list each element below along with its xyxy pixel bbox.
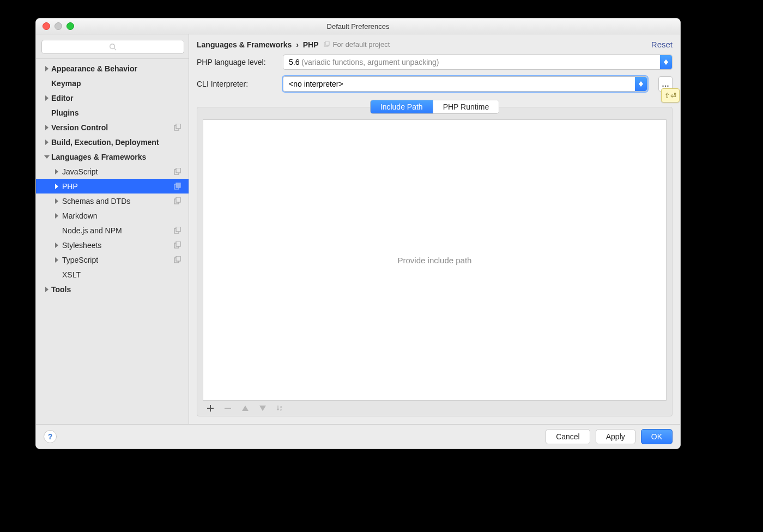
sidebar-item[interactable]: Stylesheets (36, 238, 189, 252)
lang-level-value: 5.6 (289, 58, 299, 66)
project-override-icon (173, 241, 181, 249)
remove-button[interactable] (223, 404, 232, 413)
sidebar-section[interactable]: Keymap (36, 76, 189, 90)
move-up-button[interactable] (241, 404, 250, 413)
search-icon (109, 43, 117, 51)
tabs: Include PathPHP Runtime (370, 100, 499, 114)
sidebar-item-label: Schemas and DTDs (62, 197, 173, 205)
sidebar-item-label: TypeScript (62, 256, 173, 264)
sidebar-item[interactable]: JavaScript (36, 164, 189, 179)
project-override-icon (173, 256, 181, 264)
svg-rect-9 (176, 197, 180, 202)
svg-line-1 (114, 49, 117, 51)
cli-interpreter-select[interactable]: <no interpreter> (283, 76, 647, 92)
cli-interpreter-row: CLI Interpreter: <no interpreter> … (197, 76, 673, 92)
sidebar-item[interactable]: Markdown (36, 208, 189, 223)
svg-rect-18 (225, 408, 231, 409)
sidebar-section[interactable]: Appearance & Behavior (36, 61, 189, 76)
sidebar-item-label: Build, Execution, Deployment (51, 138, 189, 147)
lang-level-row: PHP language level: 5.6 (variadic functi… (197, 55, 673, 70)
svg-rect-17 (325, 41, 329, 45)
project-scope-label: For default project (333, 40, 390, 49)
sidebar-item[interactable]: PHP (36, 179, 189, 194)
breadcrumb-page: PHP (303, 40, 319, 49)
sidebar-item-label: Markdown (62, 211, 189, 220)
sidebar-item-label: XSLT (62, 270, 189, 279)
project-scope-badge: For default project (323, 40, 390, 49)
tab[interactable]: Include Path (371, 100, 433, 113)
expand-arrow-icon (43, 95, 51, 101)
tab[interactable]: PHP Runtime (433, 100, 499, 113)
apply-button[interactable]: Apply (596, 429, 635, 444)
reset-link[interactable]: Reset (651, 40, 673, 49)
sidebar-section[interactable]: Version Control (36, 120, 189, 135)
sidebar-item-label: Appearance & Behavior (51, 64, 189, 73)
include-path-empty-text: Provide include path (398, 256, 472, 265)
expand-arrow-icon (43, 140, 51, 145)
svg-rect-11 (176, 227, 180, 232)
sidebar-item[interactable]: TypeScript (36, 252, 189, 267)
sidebar-item-label: Editor (51, 94, 189, 102)
dialog-footer: ? Cancel Apply OK (36, 424, 680, 449)
sidebar-section[interactable]: Languages & Frameworks (36, 149, 189, 164)
expand-arrow-icon (52, 243, 61, 248)
search-input[interactable] (41, 40, 184, 54)
sidebar-section[interactable]: Build, Execution, Deployment (36, 135, 189, 149)
svg-rect-13 (176, 241, 180, 246)
ok-button[interactable]: OK (641, 429, 673, 444)
sidebar: Appearance & BehaviorKeymapEditorPlugins… (36, 34, 189, 424)
list-toolbar: az (203, 401, 667, 414)
expand-arrow-icon (43, 125, 51, 130)
sidebar-item-label: Keymap (51, 79, 189, 88)
cli-interpreter-value: <no interpreter> (289, 80, 343, 88)
sidebar-item-label: Node.js and NPM (62, 226, 173, 235)
sidebar-item[interactable]: XSLT (36, 267, 189, 282)
search-wrap (36, 34, 189, 59)
settings-tree[interactable]: Appearance & BehaviorKeymapEditorPlugins… (36, 59, 189, 424)
expand-arrow-icon (52, 184, 61, 189)
expand-arrow-icon (52, 169, 61, 174)
breadcrumb: Languages & Frameworks › PHP (197, 40, 319, 49)
sidebar-item-label: Languages & Frameworks (51, 153, 189, 161)
move-down-button[interactable] (258, 404, 267, 413)
sidebar-item-label: Stylesheets (62, 241, 173, 250)
main-panel: Languages & Frameworks › PHP For default… (189, 34, 680, 424)
svg-text:z: z (280, 408, 282, 412)
cancel-button[interactable]: Cancel (546, 429, 590, 444)
shift-enter-hint: ⇧⏎ (661, 88, 680, 102)
svg-rect-3 (176, 124, 180, 129)
svg-rect-15 (176, 256, 180, 261)
dropdown-caret-icon (660, 55, 672, 69)
sidebar-section[interactable]: Tools (36, 282, 189, 297)
svg-rect-5 (176, 168, 180, 173)
project-override-icon (173, 227, 181, 234)
sidebar-section[interactable]: Plugins (36, 105, 189, 120)
include-path-panel: Include PathPHP Runtime Provide include … (197, 107, 673, 416)
project-override-icon (173, 183, 181, 190)
svg-rect-7 (176, 183, 180, 188)
expand-arrow-icon (52, 198, 61, 204)
lang-level-value-detail: (variadic functions, argument unpacking) (301, 58, 439, 66)
titlebar: Default Preferences (36, 19, 680, 34)
lang-level-select[interactable]: 5.6 (variadic functions, argument unpack… (283, 55, 673, 70)
expand-arrow-icon (43, 287, 51, 292)
sidebar-item-label: PHP (62, 182, 173, 191)
sidebar-item-label: Tools (51, 285, 189, 294)
project-override-icon (173, 197, 181, 205)
sidebar-item-label: Plugins (51, 108, 189, 117)
dropdown-caret-icon (635, 77, 647, 91)
add-button[interactable] (206, 404, 215, 413)
help-button[interactable]: ? (44, 430, 57, 443)
copy-icon (323, 41, 330, 48)
sidebar-item-label: Version Control (51, 123, 173, 132)
sort-button[interactable]: az (276, 404, 284, 413)
expand-arrow-icon (52, 257, 61, 263)
expand-arrow-icon (52, 213, 61, 219)
sidebar-item[interactable]: Node.js and NPM (36, 223, 189, 238)
include-path-list[interactable]: Provide include path (203, 119, 667, 401)
breadcrumb-section: Languages & Frameworks (197, 40, 292, 49)
sidebar-section[interactable]: Editor (36, 90, 189, 105)
window-title: Default Preferences (36, 22, 680, 31)
breadcrumb-row: Languages & Frameworks › PHP For default… (197, 40, 673, 49)
sidebar-item[interactable]: Schemas and DTDs (36, 194, 189, 208)
